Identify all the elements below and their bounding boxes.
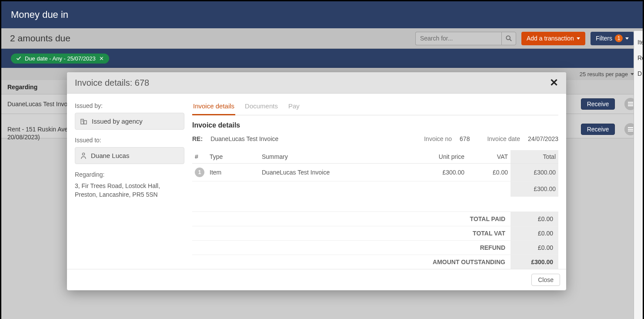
cell-summary: DuaneLucas Test Invoice bbox=[259, 164, 415, 181]
side-panel-line: Ite bbox=[637, 39, 639, 46]
modal-tabs: Invoice details Documents Pay bbox=[192, 101, 558, 115]
search-group bbox=[415, 32, 516, 45]
total-label: AMOUNT OUTSTANDING bbox=[192, 255, 511, 269]
invoice-lines-table: # Type Summary Unit price VAT Total 1 It… bbox=[192, 150, 558, 197]
regarding-address: 3, Fir Trees Road, Lostock Hall, Preston… bbox=[75, 181, 184, 199]
search-icon bbox=[506, 35, 512, 41]
modal-body: Issued by: Issued by agency Issued to: D… bbox=[67, 94, 566, 269]
svg-line-1 bbox=[510, 39, 511, 41]
filter-chip-due-date[interactable]: Due date - Any - 25/07/2023 ✕ bbox=[11, 54, 109, 64]
filters-count-badge: 1 bbox=[615, 34, 623, 42]
amounts-due-count: 2 amounts due bbox=[10, 33, 415, 44]
total-label: REFUND bbox=[192, 241, 511, 255]
modal-sidebar: Issued by: Issued by agency Issued to: D… bbox=[75, 101, 192, 269]
side-panel-line: D bbox=[637, 70, 639, 77]
total-line: REFUND £0.00 bbox=[192, 240, 558, 255]
caret-down-icon bbox=[577, 37, 580, 40]
issued-by-box[interactable]: Issued by agency bbox=[75, 113, 184, 130]
total-line: TOTAL PAID £0.00 bbox=[192, 212, 558, 226]
invoice-no-value: 678 bbox=[460, 135, 470, 142]
add-transaction-button[interactable]: Add a transaction bbox=[521, 32, 585, 45]
filter-chip-label: Due date - Any - 25/07/2023 bbox=[25, 55, 96, 62]
check-icon bbox=[16, 56, 21, 61]
re-label: RE: bbox=[192, 135, 203, 142]
col-total: Total bbox=[511, 150, 558, 164]
invoice-no-label: Invoice no bbox=[424, 135, 452, 142]
modal-footer: Close bbox=[67, 269, 566, 290]
total-line: TOTAL VAT £0.00 bbox=[192, 226, 558, 240]
subtotal-row: £300.00 bbox=[192, 181, 558, 197]
regarding-label: Regarding: bbox=[75, 171, 184, 178]
hamburger-icon bbox=[628, 127, 633, 131]
col-hash: # bbox=[192, 150, 207, 164]
section-title: Invoice details bbox=[192, 121, 558, 129]
receive-button[interactable]: Receive bbox=[581, 98, 615, 110]
col-unit-price: Unit price bbox=[415, 150, 467, 164]
svg-point-0 bbox=[506, 36, 510, 40]
modal-title: Invoice details: 678 bbox=[75, 78, 149, 88]
issued-to-value: Duane Lucas bbox=[91, 152, 129, 159]
person-icon bbox=[80, 152, 87, 159]
search-input[interactable] bbox=[415, 32, 501, 45]
modal-main: Invoice details Documents Pay Invoice de… bbox=[192, 101, 558, 269]
col-type: Type bbox=[207, 150, 259, 164]
cell-total: £300.00 bbox=[511, 164, 558, 181]
filters-label: Filters bbox=[596, 35, 612, 42]
modal-close-button[interactable]: ✕ bbox=[550, 77, 558, 88]
col-vat: VAT bbox=[467, 150, 511, 164]
page-title: Money due in bbox=[11, 9, 68, 20]
table-header-row: # Type Summary Unit price VAT Total bbox=[192, 150, 558, 164]
hamburger-icon bbox=[628, 102, 633, 106]
receive-button[interactable]: Receive bbox=[581, 124, 615, 135]
invoice-meta: RE: DuaneLucas Test Invoice Invoice no 6… bbox=[192, 135, 558, 142]
subheader: 2 amounts due Add a transaction Filters … bbox=[1, 28, 643, 49]
tab-invoice-details[interactable]: Invoice details bbox=[192, 101, 235, 115]
agency-icon bbox=[80, 118, 87, 125]
invoice-date-label: Invoice date bbox=[487, 135, 520, 142]
subtotal-value: £300.00 bbox=[511, 181, 558, 197]
total-line: AMOUNT OUTSTANDING £300.00 bbox=[192, 255, 558, 269]
totals-block: TOTAL PAID £0.00 TOTAL VAT £0.00 REFUND … bbox=[192, 212, 558, 269]
table-row: 1 Item DuaneLucas Test Invoice £300.00 £… bbox=[192, 164, 558, 181]
remove-filter-icon[interactable]: ✕ bbox=[99, 55, 104, 62]
search-button[interactable] bbox=[501, 32, 516, 45]
tab-documents[interactable]: Documents bbox=[244, 101, 279, 115]
cell-type: Item bbox=[207, 164, 259, 181]
svg-rect-3 bbox=[84, 121, 87, 124]
side-panel: Ite Re D bbox=[634, 31, 643, 319]
results-per-page-label: 25 results per page bbox=[580, 71, 628, 77]
issued-by-value: Issued by agency bbox=[92, 118, 143, 125]
cell-vat: £0.00 bbox=[467, 164, 511, 181]
total-label: TOTAL PAID bbox=[192, 212, 511, 226]
re-value: DuaneLucas Test Invoice bbox=[210, 135, 278, 142]
side-panel-line: Re bbox=[637, 54, 639, 61]
total-value: £0.00 bbox=[511, 241, 558, 255]
issued-to-box[interactable]: Duane Lucas bbox=[75, 147, 184, 164]
close-button[interactable]: Close bbox=[531, 274, 560, 286]
row-number-badge: 1 bbox=[195, 168, 204, 177]
tab-pay[interactable]: Pay bbox=[287, 101, 300, 115]
topbar: Money due in bbox=[1, 1, 643, 28]
invoice-date-value: 24/07/2023 bbox=[528, 135, 558, 142]
issued-by-label: Issued by: bbox=[75, 102, 184, 109]
cell-unit-price: £300.00 bbox=[415, 164, 467, 181]
issued-to-label: Issued to: bbox=[75, 137, 184, 144]
total-value: £0.00 bbox=[511, 226, 558, 240]
filters-button[interactable]: Filters 1 bbox=[591, 32, 634, 45]
total-value: £0.00 bbox=[511, 212, 558, 226]
modal-header: Invoice details: 678 ✕ bbox=[67, 72, 566, 94]
col-summary: Summary bbox=[259, 150, 415, 164]
active-filters-bar: Due date - Any - 25/07/2023 ✕ bbox=[1, 49, 643, 68]
add-transaction-label: Add a transaction bbox=[527, 35, 574, 42]
total-label: TOTAL VAT bbox=[192, 226, 511, 240]
total-value: £300.00 bbox=[511, 255, 558, 269]
svg-point-6 bbox=[82, 153, 84, 155]
caret-down-icon bbox=[625, 37, 629, 40]
invoice-details-modal: Invoice details: 678 ✕ Issued by: Issued… bbox=[67, 72, 566, 290]
